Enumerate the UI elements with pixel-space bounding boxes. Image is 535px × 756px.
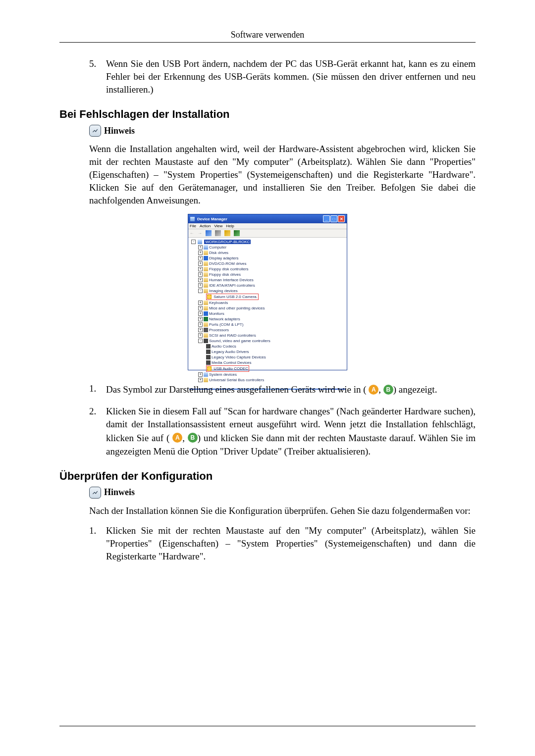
dm-titlebar: Device Manager _ □ ✕ [188,214,347,223]
tree-label: Imaging devices [209,289,238,293]
tree-item[interactable]: +Keyboards [198,300,346,305]
tree-item[interactable]: +Human Interface Devices [198,277,346,283]
device-icon [206,355,211,359]
toggle-icon[interactable]: + [198,301,203,305]
tree-item[interactable]: +System devices [198,372,346,377]
badge-b-icon: B [383,385,393,395]
device-icon [206,360,211,365]
toggle-icon[interactable]: + [198,272,203,277]
tree-item[interactable]: +Monitors [198,311,346,316]
tree-label: Legacy Video Capture Devices [212,355,266,359]
section-a-paragraph: Wenn die Installation angehalten wird, w… [89,143,476,207]
tree-root[interactable]: - WORKGROUP-BLROKC [191,239,346,245]
tree-item[interactable]: +DVD/CD-ROM drives [198,261,346,266]
tree-item[interactable]: +IDE ATA/ATAPI controllers [198,283,346,288]
page-header: Software verwenden [59,30,476,40]
toggle-icon[interactable]: + [198,278,203,282]
toggle-icon[interactable]: + [198,328,203,332]
device-icon [204,283,208,288]
tree-item-error[interactable]: USB Audio CODEC [206,365,346,372]
tree-item[interactable]: +Disk drives [198,250,346,255]
note-icon [89,487,101,499]
tree-label: Sound, video and game controllers [209,339,270,343]
tree-label: System devices [209,372,237,377]
toggle-icon[interactable]: + [198,333,203,338]
toolbar-scan-icon[interactable] [234,230,240,236]
device-icon [206,350,211,354]
tree-label: SCSI and RAID controllers [209,333,256,338]
toggle-icon[interactable]: + [198,267,203,271]
tree-item[interactable]: +Mice and other pointing devices [198,305,346,311]
maximize-button[interactable]: □ [330,215,337,222]
tree-label: Processors [209,328,229,332]
list-number: 1. [89,524,106,563]
tree-item[interactable]: +Computer [198,245,346,250]
tree-label: Ports (COM & LPT) [209,322,243,327]
close-button[interactable]: ✕ [338,215,345,222]
toggle-icon[interactable]: + [198,261,203,266]
dm-title: Device Manager [197,217,227,221]
toggle-icon[interactable]: + [198,251,203,255]
device-icon [204,372,208,377]
tree-item-error[interactable]: Saturn USB 2.0 Camera. [206,294,346,300]
toggle-icon[interactable]: - [198,339,203,343]
list-number: 5. [89,57,106,96]
device-icon [204,317,208,321]
header-divider [59,42,476,43]
toggle-icon[interactable]: + [198,283,203,288]
toggle-icon[interactable]: + [198,245,203,250]
warning-icon [207,366,212,371]
tree-label: Computer [209,245,226,250]
menu-action[interactable]: Action [200,224,211,228]
nav-fwd-icon[interactable]: → [198,231,202,236]
tree-item[interactable]: +Processors [198,327,346,333]
tree-item[interactable]: +Floppy disk drives [198,272,346,277]
list-number: 1. [89,382,106,396]
computer-icon [198,240,202,244]
tree-item[interactable]: +Display adapters [198,255,346,261]
toggle-icon[interactable]: + [198,372,203,377]
toolbar-print-icon[interactable] [215,230,221,236]
menu-help[interactable]: Help [226,224,234,228]
device-icon [204,278,208,282]
tree-item[interactable]: Legacy Audio Drivers [206,349,346,354]
tree-item[interactable]: +Network adapters [198,316,346,322]
toggle-icon[interactable]: + [198,317,203,321]
tree-item[interactable]: Legacy Video Capture Devices [206,354,346,360]
list-text: Klicken Sie mit der rechten Maustaste au… [106,524,476,563]
tree-item[interactable]: +SCSI and RAID controllers [198,333,346,338]
tree-label: Network adapters [209,317,240,321]
menu-view[interactable]: View [214,224,222,228]
toggle-icon[interactable]: + [198,322,203,327]
tree-item[interactable]: -Sound, video and game controllers [198,338,346,344]
tree-label: Monitors [209,311,224,316]
tree-item[interactable]: +Ports (COM & LPT) [198,322,346,327]
minimize-button[interactable]: _ [323,215,330,222]
list-text: Wenn Sie den USB Port ändern, nachdem de… [106,57,476,96]
tree-item[interactable]: +Floppy disk controllers [198,266,346,272]
toggle-icon[interactable]: - [191,240,196,244]
tree-item[interactable]: Media Control Devices [206,360,346,365]
nav-back-icon[interactable]: ← [190,231,194,236]
tree-item[interactable]: Audio Codecs [206,344,346,349]
list-item: 2. Klicken Sie in diesem Fall auf "Scan … [89,405,476,458]
text-fragment: Das Symbol zur Darstellung eines ausgefa… [106,384,367,395]
toolbar-tree-icon[interactable] [206,230,212,236]
toggle-icon[interactable]: + [198,306,203,310]
toggle-icon[interactable]: + [198,256,203,260]
note-icon [89,125,101,137]
tree-label: Display adapters [209,256,239,260]
text-fragment: , [182,432,185,443]
list-item: 1. Klicken Sie mit der rechten Maustaste… [89,524,476,563]
toggle-icon[interactable]: + [198,311,203,316]
toolbar-refresh-icon[interactable] [224,230,230,236]
menu-file[interactable]: File [190,224,196,228]
tree-label: IDE ATA/ATAPI controllers [209,283,255,288]
tree-label: Universal Serial Bus controllers [209,378,264,382]
device-icon [204,256,208,260]
tree-label: Human Interface Devices [209,278,254,282]
list-number: 2. [89,405,106,458]
toggle-icon[interactable]: - [198,289,203,293]
hinweis-label: Hinweis [104,487,135,498]
tree-item[interactable]: -Imaging devices [198,288,346,294]
